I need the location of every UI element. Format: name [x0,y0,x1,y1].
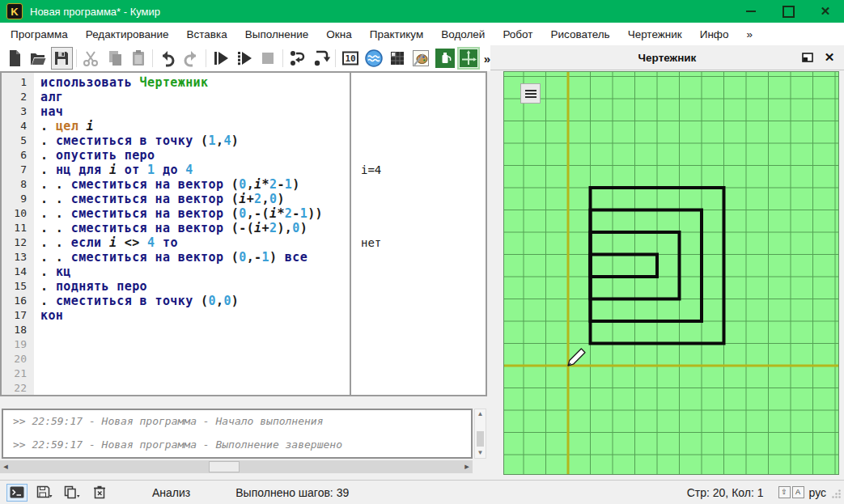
vscroll-thumb[interactable] [477,431,484,447]
run-steps-button[interactable] [233,47,255,70]
scroll-up-icon[interactable]: ▲ [475,409,486,419]
console-vscrollbar[interactable]: ▲ ▼ [474,409,486,459]
drawer-close-button[interactable]: ✕ [820,45,844,70]
save-icon [52,49,71,68]
toolbar: 10 » [0,45,490,71]
menu-item[interactable]: Робот [494,25,541,44]
save-protocol-icon [36,485,53,499]
console-line: >> 22:59:17 - Новая программа - Начало в… [13,415,471,427]
pump-button[interactable] [434,47,456,70]
save-button[interactable] [51,47,73,70]
code-line: . поднять перо [40,279,350,294]
close-icon: ✕ [821,4,831,19]
line-number: 17 [2,308,34,323]
code-editor: 12345678910111213141516171819202122 испо… [0,71,487,396]
menu-item[interactable]: Практикум [361,25,432,44]
cherteznik-axes-icon [460,49,477,67]
terminal-button[interactable] [6,484,28,502]
line-number: 4 [2,119,34,133]
console-line: >> 22:59:17 - Новая программа - Выполнен… [13,438,471,451]
values-window-button[interactable]: 10 [339,47,361,70]
copy-protocol-button[interactable] [61,484,83,502]
hscroll-thumb[interactable] [209,461,240,472]
line-number: 15 [2,279,34,294]
line-number: 22 [2,381,34,396]
risovatel-button[interactable] [410,47,432,70]
cut-icon [81,49,100,68]
redo-button[interactable] [180,47,202,70]
vodoley-button[interactable] [363,47,384,70]
scroll-down-icon[interactable]: ▼ [475,448,486,458]
step-out-button[interactable] [310,47,332,70]
line-number: 10 [2,206,34,221]
save-protocol-button[interactable] [34,484,55,502]
line-number: 21 [2,366,34,381]
run-steps-icon [235,49,254,68]
clear-protocol-icon [93,485,106,499]
code-line: . опустить перо [40,148,350,163]
stop-icon [258,49,278,68]
line-number: 2 [2,90,34,104]
menu-item[interactable]: Выполнение [236,25,318,44]
undo-button[interactable] [156,47,178,70]
editor-margin: i=4нет [351,73,486,395]
paste-button[interactable] [127,47,149,70]
copy-button[interactable] [104,47,125,70]
close-button[interactable]: ✕ [807,0,844,23]
menu-item[interactable]: Программа [2,25,77,44]
drawer-title-bar: Чертежник ✕ [490,45,844,70]
minimize-button[interactable] [732,0,770,23]
console-hscrollbar[interactable]: ◂ ▸ [0,460,473,473]
stop-button[interactable] [257,47,278,70]
line-number: 6 [2,148,34,163]
menu-item[interactable]: Окна [317,25,360,44]
run-icon [211,49,231,68]
menu-item[interactable]: » [737,25,761,44]
cursor-position: Стр: 20, Кол: 1 [687,486,764,499]
run-button[interactable] [210,47,231,70]
drawer-title: Чертежник [490,52,795,64]
new-file-icon [5,49,24,68]
menu-bar: ПрограммаРедактированиеВставкаВыполнение… [0,23,844,45]
menu-item[interactable]: Чертежник [619,25,691,44]
status-bar: Анализ Выполнено шагов: 39 Стр: 20, Кол:… [0,480,844,504]
drawer-undock-button[interactable] [795,45,820,70]
cherteznik-button[interactable] [457,47,479,70]
scroll-left-icon[interactable]: ◂ [0,460,11,473]
line-number: 8 [2,177,34,192]
code-area[interactable]: использовать Чертежникалгнач. цел i. сме… [34,73,350,395]
pump-icon [435,49,455,68]
drawer-panel: Чертежник ✕ [490,45,844,480]
window-title: Новая программа* - Кумир [30,6,732,18]
menu-item[interactable]: Водолей [432,25,494,44]
cut-button[interactable] [80,47,102,70]
robot-button[interactable] [387,47,409,70]
line-number: 13 [2,250,34,265]
maximize-button[interactable] [770,0,807,23]
toolbar-overflow-button[interactable]: » [484,52,490,66]
values-window-icon: 10 [341,49,360,68]
case-indicator-icon: A [792,486,804,498]
line-number: 3 [2,104,34,119]
kumir-window: { "window": { "title": "Новая программа*… [0,0,844,504]
step-over-button[interactable] [286,47,308,70]
menu-item[interactable]: Инфо [691,25,738,44]
clear-protocol-button[interactable] [89,484,110,502]
new-file-button[interactable] [3,47,25,70]
code-line: алг [40,90,350,104]
line-number: 5 [2,133,34,148]
scroll-right-icon[interactable]: ▸ [461,460,473,473]
resize-grip[interactable] [831,489,842,499]
status-mode: Анализ [152,486,190,499]
menu-item[interactable]: Редактирование [77,25,178,44]
menu-item[interactable]: Вставка [178,25,236,44]
open-button[interactable] [27,47,49,70]
line-number: 9 [2,192,34,206]
code-line: . . сместиться на вектор (0,i*2-1) [40,177,350,192]
menu-item[interactable]: Рисователь [541,25,618,44]
open-folder-icon [28,49,48,68]
paste-icon [129,49,148,68]
drawer-menu-button[interactable] [520,83,541,104]
code-line: . кц [40,265,350,279]
code-line: кон [40,308,350,323]
